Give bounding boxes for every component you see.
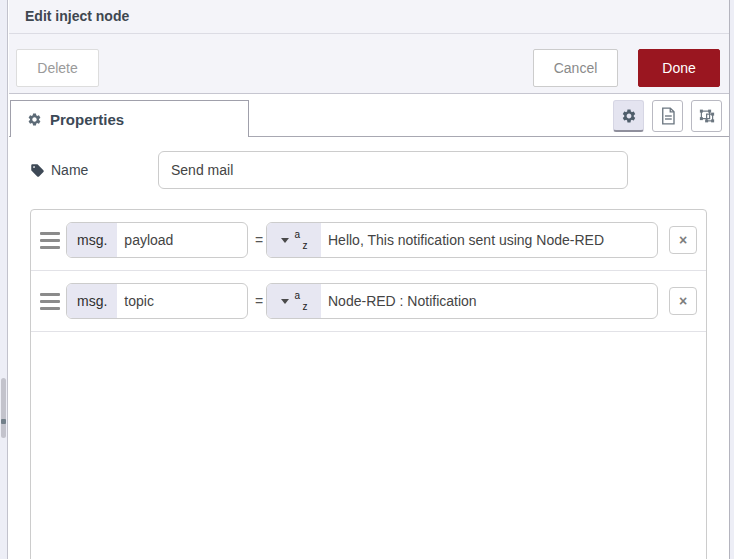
name-label: Name xyxy=(30,151,88,189)
property-value-input[interactable] xyxy=(321,223,657,257)
scrollbar-thumb[interactable] xyxy=(1,378,6,438)
property-name-input[interactable] xyxy=(117,284,247,318)
scrollbar-marker xyxy=(1,419,6,424)
dialog-header: Edit inject node xyxy=(9,0,730,34)
remove-row-button[interactable]: × xyxy=(669,226,697,254)
chevron-down-icon xyxy=(281,238,289,243)
properties-view-button[interactable] xyxy=(613,100,644,132)
msg-prefix-label: msg. xyxy=(67,284,117,318)
string-type-icon: a z xyxy=(295,231,308,249)
equals-sign: = xyxy=(252,271,266,332)
tag-icon xyxy=(30,163,45,178)
property-name-input[interactable] xyxy=(117,223,247,257)
editor-left-strip xyxy=(0,0,8,559)
property-value-field: a z xyxy=(266,222,658,258)
drag-handle-icon[interactable] xyxy=(40,232,60,249)
type-select-button[interactable]: a z xyxy=(267,284,321,318)
msg-prefix-label: msg. xyxy=(67,223,117,257)
property-row-payload: msg. = a z × xyxy=(31,210,706,271)
property-value-input[interactable] xyxy=(321,284,657,318)
string-type-icon: a z xyxy=(295,292,308,310)
description-button[interactable] xyxy=(652,100,683,132)
tab-bar: Properties xyxy=(9,94,730,138)
close-icon: × xyxy=(679,232,687,248)
name-input[interactable] xyxy=(158,151,628,189)
done-button[interactable]: Done xyxy=(638,49,720,87)
equals-sign: = xyxy=(252,210,266,271)
document-icon xyxy=(660,107,676,125)
gear-icon xyxy=(621,108,637,124)
properties-panel: Name msg. = a z xyxy=(9,138,730,559)
property-key-field[interactable]: msg. xyxy=(66,283,248,319)
chevron-down-icon xyxy=(281,299,289,304)
type-select-button[interactable]: a z xyxy=(267,223,321,257)
delete-button[interactable]: Delete xyxy=(16,49,99,87)
message-properties-list: msg. = a z × xyxy=(30,209,707,559)
tab-properties-label: Properties xyxy=(50,111,124,128)
cancel-button[interactable]: Cancel xyxy=(533,49,618,87)
dialog-title: Edit inject node xyxy=(25,0,129,33)
dialog-toolbar: Delete Cancel Done xyxy=(9,34,730,94)
close-icon: × xyxy=(679,293,687,309)
editor-right-strip xyxy=(729,0,734,559)
remove-row-button[interactable]: × xyxy=(669,287,697,315)
name-row: Name xyxy=(9,151,730,189)
drag-handle-icon[interactable] xyxy=(40,293,60,310)
property-row-topic: msg. = a z × xyxy=(31,271,706,332)
property-key-field[interactable]: msg. xyxy=(66,222,248,258)
gear-icon xyxy=(27,112,42,127)
tab-properties[interactable]: Properties xyxy=(10,100,249,137)
property-value-field: a z xyxy=(266,283,658,319)
appearance-button[interactable] xyxy=(691,100,722,132)
edit-inject-node-dialog: Edit inject node Delete Cancel Done Prop… xyxy=(9,0,730,559)
selection-frame-icon xyxy=(698,107,716,125)
